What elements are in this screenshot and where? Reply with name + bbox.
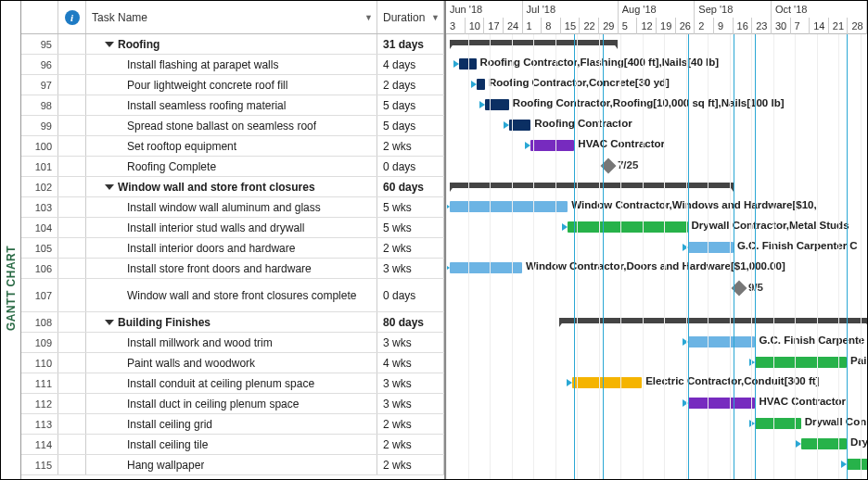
table-row[interactable]: 105Install interior doors and hardware2 … — [21, 238, 444, 259]
col-info[interactable]: i — [58, 1, 86, 33]
task-bar-label: Electric Contractor,Conduit[300 ft] — [645, 375, 819, 386]
row-duration: 2 wks — [377, 435, 444, 454]
row-duration: 5 days — [377, 116, 444, 135]
day-row: 3101724181522295121926291623307142128 — [446, 18, 867, 34]
row-duration: 5 wks — [377, 197, 444, 217]
row-name: Pour lightweight concrete roof fill — [86, 75, 377, 95]
gantt-area[interactable]: Jun '18Jul '18Aug '18Sep '18Oct '18 3101… — [446, 1, 867, 479]
table-row[interactable]: 104Install interior stud walls and drywa… — [21, 218, 444, 238]
task-bar[interactable] — [688, 398, 756, 409]
row-id: 96 — [21, 55, 58, 74]
summary-bar[interactable] — [450, 183, 734, 188]
link-arrow-icon — [453, 60, 459, 68]
task-bar[interactable] — [801, 438, 847, 449]
row-duration: 3 wks — [377, 259, 444, 278]
table-row[interactable]: 99Spread stone ballast on seamless roof5… — [21, 116, 444, 136]
table-row[interactable]: 113Install ceiling grid2 wks — [21, 414, 444, 435]
task-bar-label: G.C. Finish Carpente — [759, 335, 864, 346]
table-row[interactable]: 97Pour lightweight concrete roof fill2 d… — [21, 75, 444, 95]
row-info — [58, 279, 86, 311]
row-id: 115 — [21, 455, 58, 474]
timeline-header: Jun '18Jul '18Aug '18Sep '18Oct '18 3101… — [446, 1, 867, 34]
collapse-icon[interactable] — [105, 42, 114, 47]
row-name: Install seamless roofing material — [86, 95, 377, 115]
col-task-name[interactable]: Task Name ▼ — [86, 1, 377, 33]
table-row[interactable]: 112Install duct in ceiling plenum space3… — [21, 394, 444, 414]
day-label: 9 — [714, 18, 734, 34]
table-row[interactable]: 108Building Finishes80 days — [21, 312, 444, 333]
task-bar-label: Roofing Contractor,Roofing[10,000 sq ft]… — [513, 97, 785, 108]
row-name: Install millwork and wood trim — [86, 333, 377, 352]
task-bar-label: Roofing Contractor — [534, 118, 632, 129]
task-bar[interactable] — [755, 357, 847, 368]
row-info — [58, 177, 86, 196]
row-info — [58, 55, 86, 74]
col-duration[interactable]: Duration ▼ — [377, 1, 444, 33]
gantt-row: HVAC Contractor — [446, 394, 867, 414]
task-bar-label: Paint — [850, 355, 867, 366]
table-row[interactable]: 110Paint walls and woodwork4 wks — [21, 353, 444, 373]
day-label: 14 — [810, 18, 829, 34]
row-name: Paint walls and woodwork — [86, 353, 377, 373]
task-bar[interactable] — [485, 99, 509, 110]
row-duration: 2 wks — [377, 238, 444, 258]
row-info — [58, 95, 86, 115]
task-bar[interactable] — [530, 140, 574, 151]
row-id: 112 — [21, 394, 58, 413]
table-row[interactable]: 115Hang wallpaper2 wks — [21, 455, 444, 475]
link-arrow-icon — [796, 440, 801, 448]
row-info — [58, 34, 86, 54]
row-id: 105 — [21, 238, 58, 258]
table-row[interactable]: 101Roofing Complete0 days — [21, 157, 444, 177]
col-id[interactable] — [21, 1, 58, 33]
month-label: Sep '18 — [695, 1, 772, 18]
task-bar[interactable] — [477, 79, 485, 90]
task-bar-label: Drywall Contractor,Metal Studs — [692, 220, 849, 231]
collapse-icon[interactable] — [105, 320, 114, 325]
table-row[interactable]: 114Install ceiling tile2 wks — [21, 435, 444, 455]
row-duration: 5 days — [377, 95, 444, 115]
table-row[interactable]: 102Window wall and store front closures6… — [21, 177, 444, 197]
row-id: 97 — [21, 75, 58, 95]
row-info — [58, 75, 86, 95]
table-row[interactable]: 98Install seamless roofing material5 day… — [21, 95, 444, 116]
task-bar[interactable] — [572, 377, 642, 388]
col-task-name-label: Task Name — [92, 11, 147, 24]
day-label: 17 — [484, 18, 504, 34]
task-bar[interactable] — [688, 242, 734, 253]
gantt-row: Drywall Contractor,Metal Studs — [446, 218, 867, 238]
task-bar-label: Window Contractor,Doors and Hardware[$1,… — [526, 260, 785, 272]
row-duration: 3 wks — [377, 394, 444, 413]
table-row[interactable]: 100Set rooftop equipment2 wks — [21, 136, 444, 157]
task-bar[interactable] — [568, 221, 687, 233]
table-row[interactable]: 111Install conduit at ceiling plenum spa… — [21, 373, 444, 394]
table-row[interactable]: 109Install millwork and wood trim3 wks — [21, 333, 444, 353]
month-label: Aug '18 — [619, 1, 696, 18]
link-arrow-icon — [479, 101, 485, 108]
task-bar[interactable] — [688, 336, 756, 347]
day-label: 28 — [848, 18, 867, 34]
table-row[interactable]: 95Roofing31 days — [21, 34, 444, 55]
summary-bar[interactable] — [559, 318, 867, 323]
table-row[interactable]: 107Window wall and store front closures … — [21, 279, 444, 312]
row-id: 113 — [21, 414, 58, 434]
table-row[interactable]: 103Install window wall aluminum and glas… — [21, 197, 444, 218]
table-row[interactable]: 106Install store front doors and hardwar… — [21, 259, 444, 279]
chevron-down-icon: ▼ — [364, 13, 373, 22]
row-info — [58, 414, 86, 434]
date-line — [688, 34, 689, 479]
row-id: 109 — [21, 333, 58, 352]
task-bar[interactable] — [847, 459, 867, 470]
row-duration: 5 wks — [377, 218, 444, 237]
gantt-row: Paint — [446, 353, 867, 373]
row-id: 107 — [21, 279, 58, 311]
chevron-down-icon: ▼ — [431, 13, 440, 22]
task-bar-label: HVAC Contractor — [759, 396, 846, 407]
table-row[interactable]: 96Install flashing at parapet walls4 day… — [21, 55, 444, 75]
row-info — [58, 218, 86, 237]
row-name: Roofing — [86, 34, 377, 54]
collapse-icon[interactable] — [105, 184, 114, 190]
day-label: 1 — [523, 18, 542, 34]
date-line — [734, 34, 734, 479]
gantt-row: 9/5 — [446, 279, 867, 312]
